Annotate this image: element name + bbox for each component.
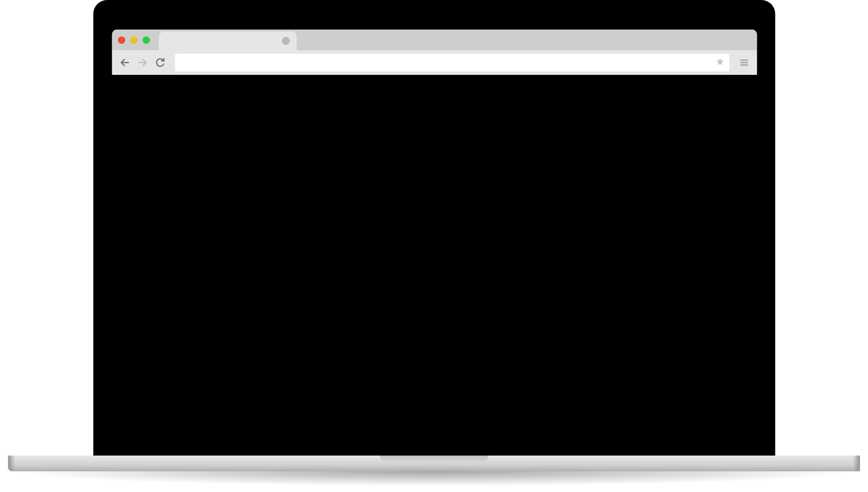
address-input[interactable]	[180, 59, 715, 66]
browser-window	[112, 30, 757, 75]
reload-icon	[155, 58, 165, 67]
laptop-notch	[380, 456, 488, 462]
reload-button[interactable]	[153, 56, 167, 69]
menu-button[interactable]	[737, 56, 751, 69]
laptop-mockup	[93, 0, 775, 456]
laptop-shadow	[8, 471, 860, 486]
laptop-screen-bezel	[93, 0, 775, 456]
laptop-base	[8, 456, 860, 471]
browser-tab[interactable]	[159, 32, 296, 50]
window-controls	[118, 36, 150, 44]
window-maximize-button[interactable]	[142, 36, 150, 44]
window-minimize-button[interactable]	[130, 36, 137, 44]
arrow-left-icon	[119, 57, 130, 68]
forward-button[interactable]	[135, 56, 149, 69]
window-close-button[interactable]	[118, 36, 125, 44]
back-button[interactable]	[118, 56, 131, 69]
laptop-screen	[98, 5, 770, 456]
tab-close-icon[interactable]	[282, 37, 289, 45]
browser-tab-bar	[112, 30, 757, 50]
bookmark-star-icon[interactable]	[715, 57, 724, 68]
arrow-right-icon	[137, 57, 148, 68]
hamburger-icon	[739, 58, 749, 67]
address-bar[interactable]	[175, 54, 729, 71]
browser-toolbar	[112, 50, 757, 75]
